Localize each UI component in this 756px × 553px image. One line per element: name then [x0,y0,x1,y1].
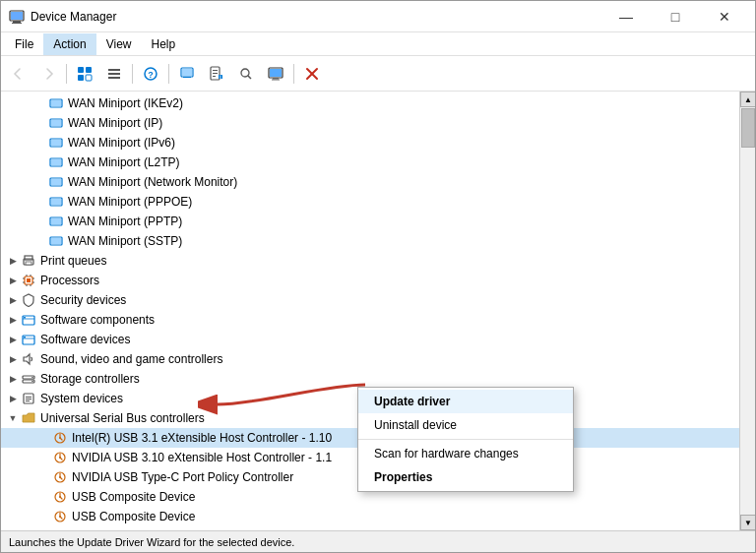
list-item[interactable]: WAN Miniport (Network Monitor) [1,172,739,192]
usb-device-icon [52,509,68,524]
app-icon [9,9,25,25]
usb-composite-2-item[interactable]: USB Composite Device [1,507,739,526]
item-label: Storage controllers [40,372,140,386]
forward-button[interactable] [34,60,62,88]
svg-rect-27 [272,79,280,80]
list-item[interactable]: ▶ Print queues [1,251,739,271]
list-item[interactable]: ▶ Storage controllers [1,369,739,389]
usb-device-icon [52,469,68,485]
item-label: WAN Miniport (IPv6) [68,136,175,150]
help-button[interactable]: ? [137,60,164,88]
minimize-button[interactable]: — [603,1,649,32]
svg-rect-15 [183,77,191,78]
list-item[interactable]: WAN Miniport (IP) [1,113,739,133]
list-item[interactable]: ▶ Processors [1,271,739,290]
network-icon [48,135,64,151]
item-label: System devices [40,392,123,405]
scroll-thumb[interactable] [741,108,755,148]
expander: ▶ [5,312,21,328]
maximize-button[interactable]: □ [653,1,698,32]
scroll-down-button[interactable]: ▼ [740,515,755,530]
list-item[interactable]: ▶ Software components [1,310,739,330]
svg-rect-39 [51,179,61,185]
toolbar-separator-1 [66,64,67,84]
svg-point-67 [32,377,33,379]
item-label: WAN Miniport (SSTP) [68,234,182,248]
list-item[interactable]: WAN Miniport (SSTP) [1,231,739,251]
svg-rect-19 [213,76,216,77]
expander: ▶ [5,391,21,406]
svg-rect-37 [51,159,61,165]
svg-line-23 [248,76,251,79]
remove-button[interactable] [298,60,326,88]
svg-rect-5 [86,67,92,73]
list-item[interactable]: WAN Miniport (PPPOE) [1,192,739,212]
window-title: Device Manager [31,10,603,24]
context-menu-update-driver[interactable]: Update driver [358,390,573,413]
sound-icon [21,351,36,367]
context-menu: Update driver Uninstall device Scan for … [357,387,574,492]
monitor-toolbar-button[interactable] [262,60,289,88]
scan-hardware-toolbar-button[interactable] [232,60,260,88]
context-menu-uninstall-device[interactable]: Uninstall device [358,413,573,437]
software-devices-icon [21,332,36,347]
menu-file[interactable]: File [5,33,43,55]
svg-rect-18 [213,73,218,74]
expander: ▶ [5,351,21,367]
svg-text:?: ? [148,70,154,80]
usb-controllers-label: Universal Serial Bus controllers [40,411,205,425]
back-button[interactable] [5,60,32,88]
show-hidden-button[interactable] [71,60,98,88]
svg-rect-43 [51,218,61,224]
item-label: USB Root Hub (USB 3.0) [72,529,205,530]
svg-rect-3 [11,12,23,20]
expander: ▶ [5,292,21,308]
expander [32,214,48,229]
list-item[interactable]: WAN Miniport (IKEv2) [1,93,739,113]
svg-point-77 [59,457,61,459]
context-menu-scan-hardware[interactable]: Scan for hardware changes [358,442,573,465]
item-label: WAN Miniport (Network Monitor) [68,175,237,189]
svg-rect-64 [24,337,26,338]
toolbar-separator-3 [168,64,169,84]
list-item[interactable]: WAN Miniport (IPv6) [1,133,739,153]
menu-action[interactable]: Action [43,33,95,55]
expander [32,115,48,131]
svg-rect-41 [51,199,61,205]
list-item[interactable]: USB Root Hub (USB 3.0) [1,526,739,530]
svg-rect-72 [26,399,32,399]
context-menu-separator [358,439,573,440]
expander [32,194,48,210]
svg-rect-25 [270,69,282,77]
security-icon [21,292,36,308]
scroll-track [740,107,755,515]
device-manager-window: Device Manager — □ ✕ File Action View He… [0,0,756,553]
properties-toolbar-button[interactable]: i [203,60,230,88]
storage-icon [21,371,36,387]
expander: ▶ [5,273,21,288]
menu-view[interactable]: View [96,33,142,55]
scroll-up-button[interactable]: ▲ [740,92,755,107]
vertical-scrollbar[interactable]: ▲ ▼ [739,92,755,530]
item-label: NVIDIA USB Type-C Port Policy Controller [72,470,293,484]
list-item[interactable]: ▶ Software devices [1,330,739,349]
close-button[interactable]: ✕ [702,1,747,32]
update-driver-toolbar-button[interactable] [173,60,201,88]
network-icon [48,115,64,131]
software-icon [21,312,36,328]
item-label: USB Composite Device [72,490,195,504]
context-menu-properties[interactable]: Properties [358,465,573,489]
list-item[interactable]: ▶ Security devices [1,290,739,310]
expander [36,489,52,505]
sound-video-item[interactable]: ▶ Sound, video and game controllers [1,349,739,369]
expander [36,450,52,465]
item-label: USB Composite Device [72,510,195,523]
list-item[interactable]: WAN Miniport (PPTP) [1,212,739,231]
device-tree[interactable]: WAN Miniport (IKEv2) WAN Miniport (IP) W… [1,92,739,530]
expander [32,95,48,111]
menu-help[interactable]: Help [142,33,186,55]
svg-point-81 [59,496,61,498]
list-item[interactable]: WAN Miniport (L2TP) [1,153,739,172]
list-view-button[interactable] [100,60,128,88]
network-icon [48,233,64,249]
